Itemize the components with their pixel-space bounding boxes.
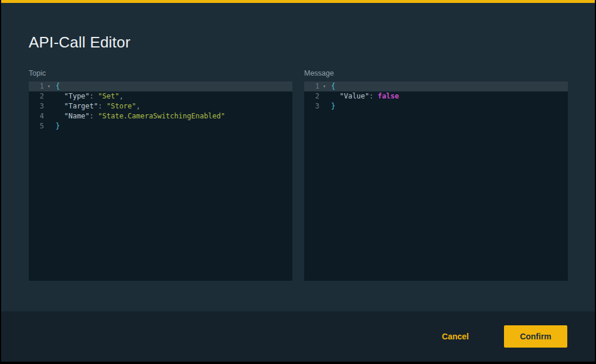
code-line: 1▾{: [304, 81, 568, 91]
topic-editor-label: Topic: [29, 69, 292, 77]
topic-editor-block: Topic 1▾{2 "Type": "Set",3 "Target": "St…: [29, 69, 292, 281]
code-text: "Name": "State.CameraSwitchingEnabled": [54, 111, 225, 121]
code-token: [56, 102, 64, 110]
code-token: [56, 92, 64, 100]
line-number: 1: [29, 81, 44, 91]
confirm-button[interactable]: Confirm: [504, 325, 567, 348]
message-editor-label: Message: [304, 69, 568, 77]
code-text: }: [54, 121, 60, 131]
message-editor-block: Message 1▾{2 "Value": false3}: [304, 69, 568, 281]
code-text: "Value": false: [329, 91, 399, 101]
code-line: 3 "Target": "Store",: [29, 101, 292, 111]
code-token: ,: [136, 102, 140, 110]
code-token: false: [377, 92, 399, 100]
code-token: "Set": [98, 92, 119, 100]
fold-spacer: [44, 101, 54, 111]
code-token: [56, 112, 64, 120]
code-token: ,: [119, 92, 123, 100]
code-token: [331, 92, 339, 100]
code-token: }: [331, 102, 335, 110]
message-code-lines: 1▾{2 "Value": false3}: [304, 81, 568, 111]
code-token: :: [90, 92, 98, 100]
code-token: :: [90, 112, 98, 120]
line-number: 4: [29, 111, 44, 121]
line-number: 5: [29, 121, 44, 131]
code-line: 3}: [304, 101, 568, 111]
topic-code-editor[interactable]: 1▾{2 "Type": "Set",3 "Target": "Store",4…: [29, 81, 292, 281]
code-token: {: [331, 82, 335, 90]
code-line: 5}: [29, 121, 292, 131]
topic-code-lines: 1▾{2 "Type": "Set",3 "Target": "Store",4…: [29, 81, 292, 131]
code-token: "Name": [64, 112, 89, 120]
line-number: 3: [29, 101, 44, 111]
code-text: "Target": "Store",: [54, 101, 141, 111]
line-number: 2: [304, 91, 319, 101]
cancel-button[interactable]: Cancel: [440, 327, 471, 346]
code-token: :: [369, 92, 377, 100]
code-token: "Value": [339, 92, 369, 100]
code-token: "Type": [64, 92, 89, 100]
code-text: {: [54, 81, 60, 91]
code-line: 4 "Name": "State.CameraSwitchingEnabled": [29, 111, 292, 121]
line-number: 3: [304, 101, 319, 111]
fold-spacer: [44, 111, 54, 121]
code-token: {: [56, 82, 60, 90]
line-number: 2: [29, 91, 44, 101]
code-token: }: [56, 122, 60, 130]
fold-spacer: [44, 91, 54, 101]
dialog-content: API-Call Editor Topic 1▾{2 "Type": "Set"…: [1, 3, 595, 311]
code-token: "Store": [107, 102, 137, 110]
code-text: "Type": "Set",: [54, 91, 124, 101]
code-token: "Target": [64, 102, 98, 110]
line-number: 1: [304, 81, 319, 91]
code-token: "State.CameraSwitchingEnabled": [98, 112, 225, 120]
code-line: 2 "Value": false: [304, 91, 568, 101]
code-text: }: [329, 101, 335, 111]
message-code-editor[interactable]: 1▾{2 "Value": false3}: [304, 81, 568, 281]
dialog-footer: Cancel Confirm: [1, 311, 595, 362]
fold-arrow-icon[interactable]: ▾: [319, 81, 329, 91]
fold-spacer: [319, 101, 329, 111]
code-text: {: [329, 81, 335, 91]
api-call-editor-dialog: API-Call Editor Topic 1▾{2 "Type": "Set"…: [1, 0, 595, 362]
editors-row: Topic 1▾{2 "Type": "Set",3 "Target": "St…: [29, 69, 567, 281]
fold-arrow-icon[interactable]: ▾: [44, 81, 54, 91]
fold-spacer: [44, 121, 54, 131]
code-line: 1▾{: [29, 81, 292, 91]
fold-spacer: [319, 91, 329, 101]
page-title: API-Call Editor: [29, 33, 567, 52]
code-line: 2 "Type": "Set",: [29, 91, 292, 101]
code-token: :: [98, 102, 106, 110]
